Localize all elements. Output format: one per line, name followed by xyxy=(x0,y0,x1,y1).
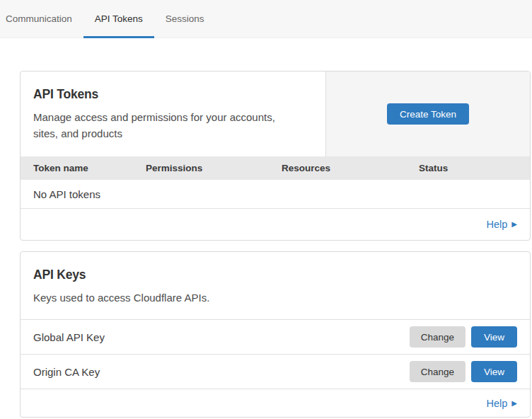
api-tokens-card-actions: Create Token xyxy=(325,71,530,156)
api-tokens-card-footer: Help ▶ xyxy=(21,209,530,240)
change-global-api-key-button[interactable]: Change xyxy=(410,326,466,348)
origin-ca-key-actions: Change View xyxy=(410,361,517,382)
help-arrow-icon: ▶ xyxy=(511,400,517,407)
api-tokens-page: Communication API Tokens Sessions API To… xyxy=(0,0,532,418)
api-keys-card-footer: Help ▶ xyxy=(21,389,530,417)
api-keys-title: API Keys xyxy=(33,268,517,282)
api-keys-card-header: API Keys Keys used to access Cloudflare … xyxy=(21,252,530,319)
view-origin-ca-key-button[interactable]: View xyxy=(471,361,517,382)
token-table-header: Token name Permissions Resources Status xyxy=(21,156,530,180)
token-table-empty-row: No API tokens xyxy=(21,180,530,209)
api-tokens-card-header-text: API Tokens Manage access and permissions… xyxy=(21,71,325,156)
api-tokens-card-header: API Tokens Manage access and permissions… xyxy=(21,71,530,156)
tab-bar: Communication API Tokens Sessions xyxy=(0,0,532,38)
api-key-row-origin-ca: Origin CA Key Change View xyxy=(21,354,530,389)
column-resources: Resources xyxy=(282,163,419,173)
tab-api-tokens[interactable]: API Tokens xyxy=(83,0,154,38)
tab-communication[interactable]: Communication xyxy=(0,0,83,38)
help-arrow-icon: ▶ xyxy=(511,221,517,228)
origin-ca-key-label: Origin CA Key xyxy=(33,366,100,378)
api-keys-card: API Keys Keys used to access Cloudflare … xyxy=(20,251,531,418)
column-status: Status xyxy=(419,163,517,173)
create-token-button[interactable]: Create Token xyxy=(387,103,469,125)
api-keys-subtitle: Keys used to access Cloudflare APIs. xyxy=(33,289,295,306)
global-api-key-actions: Change View xyxy=(410,326,517,348)
tab-sessions[interactable]: Sessions xyxy=(154,0,216,38)
api-tokens-title: API Tokens xyxy=(33,87,313,102)
api-tokens-card: API Tokens Manage access and permissions… xyxy=(20,71,531,241)
help-link-label: Help xyxy=(486,398,507,409)
global-api-key-label: Global API Key xyxy=(33,331,105,343)
api-tokens-subtitle: Manage access and permissions for your a… xyxy=(33,109,295,142)
api-keys-help-link[interactable]: Help ▶ xyxy=(486,398,517,409)
empty-message: No API tokens xyxy=(33,188,100,200)
api-tokens-help-link[interactable]: Help ▶ xyxy=(486,219,517,230)
column-permissions: Permissions xyxy=(146,163,282,173)
change-origin-ca-key-button[interactable]: Change xyxy=(410,361,466,382)
api-key-row-global: Global API Key Change View xyxy=(21,319,530,354)
help-link-label: Help xyxy=(486,219,507,230)
view-global-api-key-button[interactable]: View xyxy=(471,326,517,348)
main-content: API Tokens Manage access and permissions… xyxy=(20,71,531,418)
column-token-name: Token name xyxy=(33,163,146,173)
